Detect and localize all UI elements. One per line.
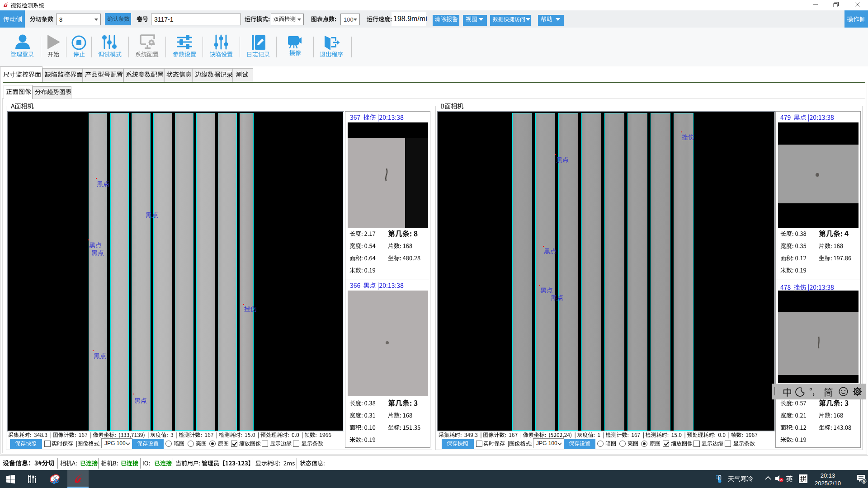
svg-text:6: 6 — [863, 479, 865, 483]
